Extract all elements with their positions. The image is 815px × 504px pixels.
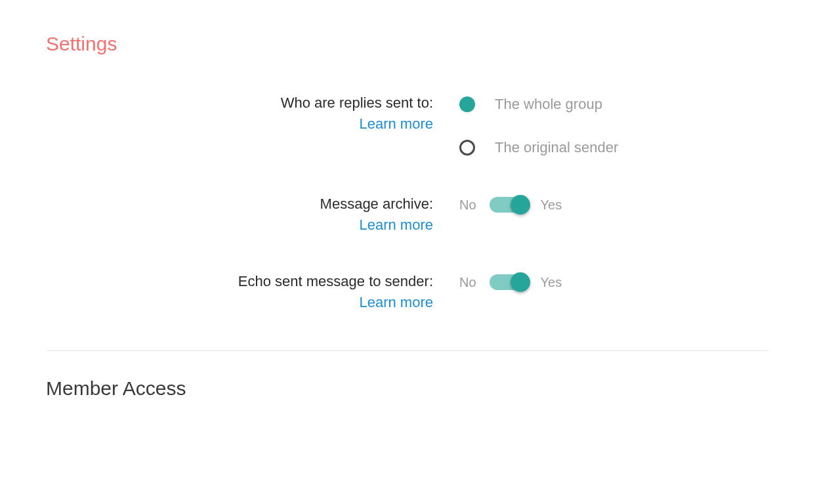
radio-original-sender-label: The original sender <box>495 139 618 156</box>
replies-label: Who are replies sent to: <box>46 94 433 112</box>
settings-section-title: Settings <box>46 33 769 55</box>
archive-toggle[interactable] <box>490 197 528 213</box>
radio-selected-icon <box>459 96 475 112</box>
archive-toggle-row: No Yes <box>459 197 769 213</box>
archive-learn-more-link[interactable]: Learn more <box>359 217 433 233</box>
echo-yes-label: Yes <box>541 275 562 290</box>
replies-options: The whole group The original sender <box>459 94 769 156</box>
echo-toggle[interactable] <box>490 274 528 290</box>
replies-learn-more-link[interactable]: Learn more <box>359 116 433 132</box>
archive-yes-label: Yes <box>541 198 562 213</box>
member-access-section-title: Member Access <box>46 377 769 400</box>
toggle-knob-icon <box>511 272 530 292</box>
setting-label-col: Echo sent message to sender: Learn more <box>46 273 459 311</box>
archive-control: No Yes <box>459 196 769 213</box>
setting-row-archive: Message archive: Learn more No Yes <box>46 196 769 234</box>
setting-row-echo: Echo sent message to sender: Learn more … <box>46 273 769 311</box>
section-divider <box>46 350 769 351</box>
radio-whole-group[interactable]: The whole group <box>459 96 769 113</box>
echo-toggle-row: No Yes <box>459 274 769 290</box>
radio-original-sender[interactable]: The original sender <box>459 139 769 156</box>
setting-row-replies: Who are replies sent to: Learn more The … <box>46 94 769 156</box>
echo-no-label: No <box>459 275 476 290</box>
radio-whole-group-label: The whole group <box>495 96 602 113</box>
echo-control: No Yes <box>459 273 769 290</box>
toggle-knob-icon <box>511 195 530 215</box>
archive-no-label: No <box>459 198 476 213</box>
echo-learn-more-link[interactable]: Learn more <box>359 294 433 310</box>
radio-unselected-icon <box>459 140 475 156</box>
setting-label-col: Message archive: Learn more <box>46 196 459 234</box>
setting-label-col: Who are replies sent to: Learn more <box>46 94 459 133</box>
archive-label: Message archive: <box>46 196 433 213</box>
echo-label: Echo sent message to sender: <box>46 273 433 290</box>
